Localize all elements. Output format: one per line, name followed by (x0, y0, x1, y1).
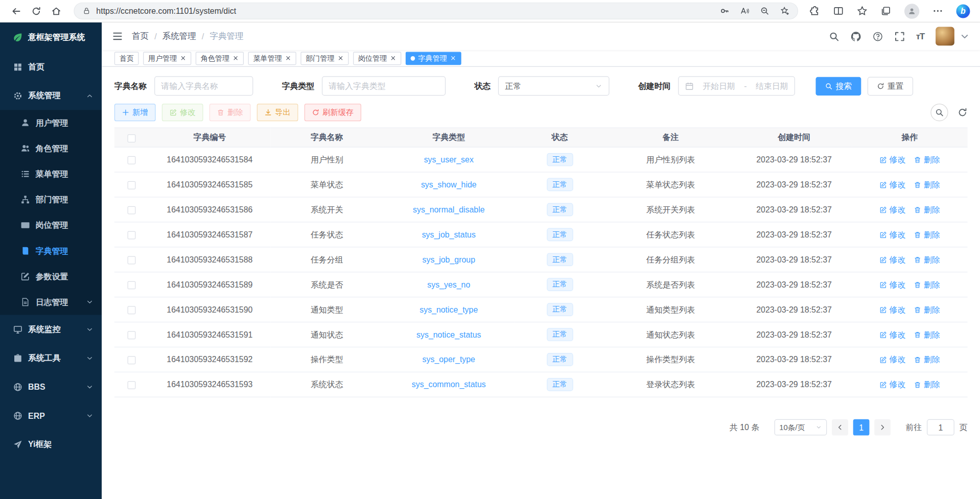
sidebar-item-11[interactable]: 系统工具 (0, 344, 102, 372)
sidebar-item-0[interactable]: 首页 (0, 53, 102, 81)
dict-type-link[interactable]: sys_user_sex (424, 155, 474, 164)
row-edit-button[interactable]: 修改 (879, 154, 905, 165)
row-checkbox[interactable] (128, 356, 136, 364)
sidebar-item-14[interactable]: Yi框架 (0, 430, 102, 459)
dict-type-link[interactable]: sys_notice_status (416, 330, 481, 339)
fullscreen-icon[interactable] (894, 31, 905, 42)
sidebar-item-9[interactable]: 日志管理 (0, 289, 102, 315)
row-delete-button[interactable]: 删除 (914, 329, 940, 340)
tab-5[interactable]: 岗位管理 (353, 52, 401, 65)
row-edit-button[interactable]: 修改 (879, 179, 905, 190)
row-edit-button[interactable]: 修改 (879, 354, 905, 365)
close-icon[interactable] (390, 55, 396, 61)
sidebar-item-4[interactable]: 菜单管理 (0, 161, 102, 187)
tab-2[interactable]: 角色管理 (196, 52, 244, 65)
tab-3[interactable]: 菜单管理 (248, 52, 296, 65)
row-delete-button[interactable]: 删除 (914, 254, 940, 265)
close-icon[interactable] (285, 55, 291, 61)
next-page-button[interactable] (874, 419, 891, 436)
row-edit-button[interactable]: 修改 (879, 304, 905, 315)
dict-type-link[interactable]: sys_normal_disable (413, 205, 485, 214)
dict-name-input[interactable]: 请输入字典名称 (154, 76, 253, 96)
row-checkbox[interactable] (128, 256, 136, 265)
search-button[interactable]: 搜索 (815, 77, 861, 96)
sidebar-item-13[interactable]: ERP (0, 401, 102, 430)
dict-type-link[interactable]: sys_job_group (423, 255, 475, 264)
user-avatar[interactable] (936, 27, 954, 46)
password-key-icon[interactable] (720, 6, 729, 15)
sidebar-item-7[interactable]: 字典管理 (0, 238, 102, 264)
search-icon[interactable] (828, 31, 839, 42)
dict-type-link[interactable]: sys_notice_type (419, 305, 478, 314)
back-button[interactable] (8, 3, 25, 19)
help-icon[interactable] (872, 31, 883, 42)
row-checkbox[interactable] (128, 281, 136, 289)
delete-button[interactable]: 删除 (209, 104, 251, 121)
row-edit-button[interactable]: 修改 (879, 229, 905, 240)
sidebar-item-8[interactable]: 参数设置 (0, 264, 102, 289)
row-edit-button[interactable]: 修改 (879, 279, 905, 290)
sidebar-item-2[interactable]: 用户管理 (0, 110, 102, 135)
chevron-down-icon[interactable] (960, 31, 970, 42)
close-icon[interactable] (232, 55, 239, 61)
row-delete-button[interactable]: 删除 (914, 354, 940, 365)
row-edit-button[interactable]: 修改 (879, 329, 905, 340)
url-text[interactable]: https://ccnetcore.com:1101/system/dict (96, 6, 714, 15)
prev-page-button[interactable] (832, 419, 848, 436)
tab-0[interactable]: 首页 (114, 52, 139, 65)
font-size-button[interactable]: тT (916, 31, 924, 41)
row-edit-button[interactable]: 修改 (879, 379, 905, 390)
sidebar-item-1[interactable]: 系统管理 (0, 81, 102, 110)
refresh-table-icon[interactable] (958, 107, 968, 117)
tab-1[interactable]: 用户管理 (143, 52, 191, 65)
breadcrumb-item[interactable]: 系统管理 (162, 31, 196, 42)
export-button[interactable]: 导出 (257, 104, 298, 121)
dict-type-link[interactable]: sys_job_status (422, 230, 476, 239)
dict-type-link[interactable]: sys_common_status (412, 380, 486, 389)
add-button[interactable]: 新增 (114, 104, 156, 121)
row-checkbox[interactable] (128, 231, 136, 240)
github-icon[interactable] (850, 31, 861, 42)
collections-icon[interactable] (880, 6, 891, 16)
dict-type-link[interactable]: sys_show_hide (421, 180, 477, 189)
breadcrumb-item[interactable]: 首页 (132, 31, 149, 42)
zoom-indicator-icon[interactable] (760, 6, 769, 15)
tab-4[interactable]: 部门管理 (300, 52, 348, 65)
bing-icon[interactable]: b (956, 4, 970, 18)
row-delete-button[interactable]: 删除 (914, 204, 940, 215)
split-screen-icon[interactable] (833, 6, 844, 16)
row-checkbox[interactable] (128, 331, 136, 339)
row-edit-button[interactable]: 修改 (879, 204, 905, 215)
row-checkbox[interactable] (128, 156, 136, 164)
row-delete-button[interactable]: 删除 (914, 304, 940, 315)
row-delete-button[interactable]: 删除 (914, 229, 940, 240)
browser-menu-icon[interactable] (932, 6, 943, 16)
row-checkbox[interactable] (128, 306, 136, 314)
row-checkbox[interactable] (128, 381, 136, 389)
row-delete-button[interactable]: 删除 (914, 379, 940, 390)
sidebar-item-6[interactable]: 岗位管理 (0, 212, 102, 238)
row-checkbox[interactable] (128, 181, 136, 189)
reset-button[interactable]: 重置 (868, 77, 913, 96)
address-bar[interactable]: https://ccnetcore.com:1101/system/dict (74, 3, 798, 19)
browser-profile-avatar[interactable] (904, 4, 919, 18)
select-all-checkbox[interactable] (128, 134, 136, 142)
current-page-button[interactable]: 1 (853, 419, 870, 436)
dict-type-input[interactable]: 请输入字典类型 (322, 76, 446, 96)
sidebar-item-3[interactable]: 角色管理 (0, 135, 102, 161)
add-favorite-icon[interactable] (780, 6, 789, 15)
row-delete-button[interactable]: 删除 (914, 154, 940, 165)
edit-button[interactable]: 修改 (162, 104, 203, 121)
tab-6[interactable]: 字典管理 (406, 52, 461, 65)
favorites-icon[interactable] (857, 6, 868, 16)
sidebar-item-12[interactable]: BBS (0, 372, 102, 401)
sidebar-item-10[interactable]: 系统监控 (0, 315, 102, 343)
dict-type-link[interactable]: sys_oper_type (423, 355, 475, 364)
date-range-picker[interactable]: 开始日期 - 结束日期 (678, 76, 795, 96)
sidebar-item-5[interactable]: 部门管理 (0, 187, 102, 212)
sidebar-toggle-icon[interactable] (112, 31, 123, 42)
status-select[interactable]: 正常 (498, 76, 610, 96)
row-checkbox[interactable] (128, 206, 136, 215)
home-button[interactable] (48, 3, 65, 19)
reload-button[interactable] (28, 3, 45, 19)
